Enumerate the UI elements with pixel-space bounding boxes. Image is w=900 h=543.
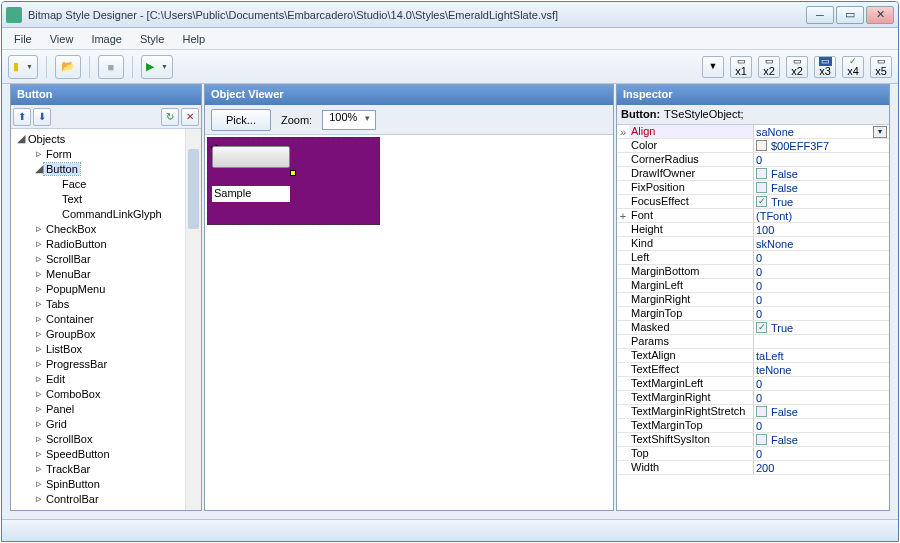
tree-item-trackbar[interactable]: ▹TrackBar	[13, 461, 199, 476]
tree-item-progressbar[interactable]: ▹ProgressBar	[13, 356, 199, 371]
tree-item-popupmenu[interactable]: ▹PopupMenu	[13, 281, 199, 296]
tree-panel: Button ⬆ ⬇ ↻ ✕ ◢Objects ▹Form◢ButtonFace…	[10, 84, 202, 511]
tree-item-checkbox[interactable]: ▹CheckBox	[13, 221, 199, 236]
prop-color[interactable]: Color$00EFF3F7	[617, 139, 889, 153]
tree-item-combobox[interactable]: ▹ComboBox	[13, 386, 199, 401]
prop-font[interactable]: +Font(TFont)	[617, 209, 889, 223]
main-window: Bitmap Style Designer - [C:\Users\Public…	[1, 1, 899, 542]
tree-item-speedbutton[interactable]: ▹SpeedButton	[13, 446, 199, 461]
resize-handle[interactable]	[290, 170, 296, 176]
filter-button[interactable]: ▼	[702, 56, 724, 78]
move-down-button[interactable]: ⬇	[33, 108, 51, 126]
prop-textmarginright[interactable]: TextMarginRight0	[617, 391, 889, 405]
tree-item-toolbar[interactable]: ▹Toolbar	[13, 506, 199, 510]
property-grid[interactable]: »AlignsaNone▾Color$00EFF3F7CornerRadius0…	[617, 125, 889, 510]
prop-textmarginleft[interactable]: TextMarginLeft0	[617, 377, 889, 391]
menu-style[interactable]: Style	[132, 30, 172, 48]
tree-item-groupbox[interactable]: ▹GroupBox	[13, 326, 199, 341]
zoom-select[interactable]: 100%	[322, 110, 376, 130]
canvas-area[interactable]: ➔ Sample	[205, 135, 613, 510]
tree-item-button[interactable]: ◢Button	[13, 161, 199, 176]
prop-masked[interactable]: Masked✓True	[617, 321, 889, 335]
prop-top[interactable]: Top0	[617, 447, 889, 461]
prop-fixposition[interactable]: FixPositionFalse	[617, 181, 889, 195]
tree-item-scrollbox[interactable]: ▹ScrollBox	[13, 431, 199, 446]
menu-bar: File View Image Style Help	[2, 28, 898, 50]
sample-text-preview[interactable]: Sample	[212, 186, 290, 202]
tree-item-form[interactable]: ▹Form	[13, 146, 199, 161]
prop-left[interactable]: Left0	[617, 251, 889, 265]
zoom-label: Zoom:	[281, 114, 312, 126]
tree-root[interactable]: Objects	[26, 133, 67, 145]
prop-width[interactable]: Width200	[617, 461, 889, 475]
tree-scrollbar[interactable]	[185, 129, 201, 510]
inspector-panel: Inspector Button: TSeStyleObject; »Align…	[616, 84, 890, 511]
refresh-button[interactable]: ↻	[161, 108, 179, 126]
tree-item-menubar[interactable]: ▹MenuBar	[13, 266, 199, 281]
menu-help[interactable]: Help	[174, 30, 213, 48]
maximize-button[interactable]: ▭	[836, 6, 864, 24]
menu-image[interactable]: Image	[83, 30, 130, 48]
stop-button[interactable]: ■	[98, 55, 124, 79]
prop-params[interactable]: Params	[617, 335, 889, 349]
minimize-button[interactable]: ─	[806, 6, 834, 24]
prop-marginright[interactable]: MarginRight0	[617, 293, 889, 307]
delete-button[interactable]: ✕	[181, 108, 199, 126]
tree-item-commandlinkglyph[interactable]: CommandLinkGlyph	[13, 206, 199, 221]
tree-item-listbox[interactable]: ▹ListBox	[13, 341, 199, 356]
status-bar	[2, 519, 898, 541]
zoom-x3-button[interactable]: ▭x3	[814, 56, 836, 78]
prop-texteffect[interactable]: TextEffectteNone	[617, 363, 889, 377]
prop-drawifowner[interactable]: DrawIfOwnerFalse	[617, 167, 889, 181]
prop-marginbottom[interactable]: MarginBottom0	[617, 265, 889, 279]
prop-textmargintop[interactable]: TextMarginTop0	[617, 419, 889, 433]
tree-item-tabs[interactable]: ▹Tabs	[13, 296, 199, 311]
sample-button-preview[interactable]	[212, 146, 290, 168]
tree-item-text[interactable]: Text	[13, 191, 199, 206]
viewer-panel-title: Object Viewer	[205, 85, 613, 105]
inspector-object-header: Button: TSeStyleObject;	[617, 105, 889, 125]
tree-item-scrollbar[interactable]: ▹ScrollBar	[13, 251, 199, 266]
prop-marginleft[interactable]: MarginLeft0	[617, 279, 889, 293]
toolbar: ▮▼ 📂 ■ ▶▼ ▼ ▭x1 ▭x2 ▭x2 ▭x3 ✓x4 ▭x5	[2, 50, 898, 84]
zoom-x2b-button[interactable]: ▭x2	[786, 56, 808, 78]
zoom-x2-button[interactable]: ▭x2	[758, 56, 780, 78]
prop-textmarginrightstretch[interactable]: TextMarginRightStretchFalse	[617, 405, 889, 419]
move-up-button[interactable]: ⬆	[13, 108, 31, 126]
prop-focuseffect[interactable]: FocusEffect✓True	[617, 195, 889, 209]
tree-item-controlbar[interactable]: ▹ControlBar	[13, 491, 199, 506]
prop-textalign[interactable]: TextAligntaLeft	[617, 349, 889, 363]
prop-textshiftsysiton[interactable]: TextShiftSysItonFalse	[617, 433, 889, 447]
pick-button[interactable]: Pick...	[211, 109, 271, 131]
menu-file[interactable]: File	[6, 30, 40, 48]
objects-tree[interactable]: ◢Objects ▹Form◢ButtonFaceTextCommandLink…	[11, 129, 201, 510]
menu-view[interactable]: View	[42, 30, 82, 48]
prop-align[interactable]: »AlignsaNone▾	[617, 125, 889, 139]
zoom-x5-button[interactable]: ▭x5	[870, 56, 892, 78]
tree-item-spinbutton[interactable]: ▹SpinButton	[13, 476, 199, 491]
tree-item-face[interactable]: Face	[13, 176, 199, 191]
tree-item-edit[interactable]: ▹Edit	[13, 371, 199, 386]
zoom-x1-button[interactable]: ▭x1	[730, 56, 752, 78]
viewer-toolbar: Pick... Zoom: 100%	[205, 105, 613, 135]
new-style-button[interactable]: ▮▼	[8, 55, 38, 79]
close-button[interactable]: ✕	[866, 6, 894, 24]
tree-item-container[interactable]: ▹Container	[13, 311, 199, 326]
inspector-panel-title: Inspector	[617, 85, 889, 105]
prop-kind[interactable]: KindskNone	[617, 237, 889, 251]
title-bar[interactable]: Bitmap Style Designer - [C:\Users\Public…	[2, 2, 898, 28]
window-title: Bitmap Style Designer - [C:\Users\Public…	[28, 9, 800, 21]
tree-item-grid[interactable]: ▹Grid	[13, 416, 199, 431]
tree-item-radiobutton[interactable]: ▹RadioButton	[13, 236, 199, 251]
prop-margintop[interactable]: MarginTop0	[617, 307, 889, 321]
tree-item-panel[interactable]: ▹Panel	[13, 401, 199, 416]
prop-height[interactable]: Height100	[617, 223, 889, 237]
open-button[interactable]: 📂	[55, 55, 81, 79]
tree-toolbar: ⬆ ⬇ ↻ ✕	[11, 105, 201, 129]
style-canvas[interactable]: ➔ Sample	[207, 137, 380, 225]
prop-cornerradius[interactable]: CornerRadius0	[617, 153, 889, 167]
zoom-x4-button[interactable]: ✓x4	[842, 56, 864, 78]
run-button[interactable]: ▶▼	[141, 55, 173, 79]
app-icon	[6, 7, 22, 23]
viewer-panel: Object Viewer Pick... Zoom: 100% ➔ Sampl…	[204, 84, 614, 511]
